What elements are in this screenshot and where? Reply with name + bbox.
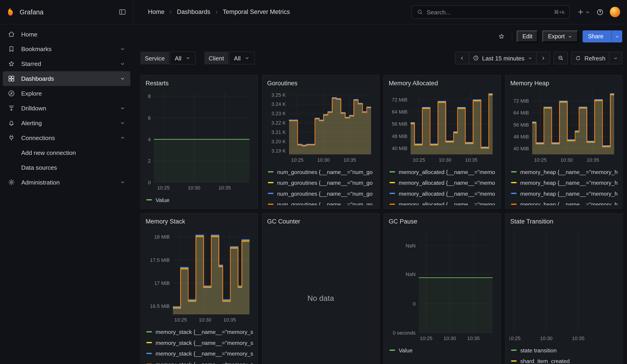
legend-item[interactable]: memory_heap {__name__="memory_h — [511, 177, 618, 188]
chevron-down-icon[interactable] — [119, 120, 125, 126]
chart-canvas: 18 MiB17.5 MiB17 MiB16.5 MiB10:2510:3010… — [145, 227, 254, 325]
breadcrumb: Home Dashboards Temporal Server Metrics — [148, 8, 290, 16]
sidebar: Home Bookmarks Starred Dashboards Explor… — [0, 24, 133, 364]
legend-label: memory_heap {__name__="memory_h — [520, 201, 618, 205]
sidebar-item-bookmarks[interactable]: Bookmarks — [3, 42, 130, 56]
chevron-down-icon[interactable] — [119, 46, 125, 52]
memory-allocated-chart[interactable]: 72 MiB64 MiB56 MiB48 MiB40 MiB10:2510:30… — [388, 89, 497, 165]
legend-item[interactable]: shard_item_created — [511, 356, 618, 364]
legend-label: num_goroutines {__name__="num_go — [277, 201, 372, 205]
panel-title[interactable]: Memory Heap — [510, 79, 618, 87]
service-select[interactable]: All — [170, 52, 195, 64]
restarts-chart[interactable]: 8642010:2510:3010:35 — [145, 89, 254, 193]
help-icon[interactable] — [596, 8, 604, 16]
new-menu-button[interactable] — [577, 8, 590, 16]
panel-title[interactable]: Goroutines — [267, 79, 375, 87]
svg-text:10:30: 10:30 — [439, 157, 451, 163]
dock-sidebar-icon[interactable] — [118, 8, 126, 16]
client-variable: Client All — [204, 52, 255, 64]
zoom-out-button[interactable] — [554, 52, 568, 64]
legend-label: memory_allocated {__name__="memo — [399, 168, 495, 175]
search-input[interactable]: Search... ⌘+k — [412, 5, 570, 19]
legend-swatch — [511, 204, 517, 205]
sidebar-item-data-sources[interactable]: Data sources — [3, 160, 130, 175]
chevron-down-icon[interactable] — [119, 179, 125, 185]
legend-item[interactable]: memory_stack {__name__="memory_s — [146, 348, 254, 359]
legend-item[interactable]: memory_stack {__name__="memory_s — [146, 337, 254, 348]
legend-item[interactable]: memory_heap {__name__="memory_h — [511, 166, 618, 177]
export-button[interactable]: Export — [542, 30, 578, 42]
svg-text:3.20 K: 3.20 K — [271, 139, 286, 144]
sidebar-item-connections[interactable]: Connections — [3, 130, 130, 145]
panel-title[interactable]: GC Counter — [267, 217, 375, 226]
legend-item[interactable]: num_goroutines {__name__="num_go — [268, 166, 375, 177]
legend: memory_heap {__name__="memory_hmemory_he… — [509, 166, 618, 205]
gear-icon — [7, 178, 15, 186]
panel-title[interactable]: Restarts — [146, 79, 254, 87]
time-shift-forward-button[interactable] — [536, 52, 550, 64]
goroutines-chart[interactable]: 3.25 K3.24 K3.23 K3.22 K3.21 K3.20 K3.19… — [266, 89, 375, 165]
share-label[interactable]: Share — [583, 30, 609, 42]
time-shift-back-button[interactable] — [455, 52, 469, 64]
legend-item[interactable]: num_goroutines {__name__="num_go — [268, 199, 375, 205]
chevron-down-icon[interactable] — [119, 105, 125, 111]
legend-label: memory_allocated {__name__="memo — [399, 179, 495, 186]
legend-item[interactable]: state transition — [511, 345, 618, 356]
gc-pause-chart[interactable]: NaNNaN00 seconds10:2510:3010:35 — [388, 227, 497, 343]
legend-item[interactable]: memory_stack {__name__="memory_s — [146, 359, 254, 364]
sidebar-item-explore[interactable]: Explore — [3, 86, 130, 101]
svg-text:10:30: 10:30 — [540, 335, 552, 341]
svg-text:16.5 MiB: 16.5 MiB — [150, 303, 170, 309]
legend-item[interactable]: Value — [146, 194, 254, 205]
panel-title[interactable]: GC Pause — [389, 217, 497, 226]
favorite-star-button[interactable] — [496, 30, 508, 42]
svg-text:3.25 K: 3.25 K — [271, 92, 286, 98]
breadcrumb-dashboards[interactable]: Dashboards — [177, 8, 210, 16]
chevron-down-icon[interactable] — [119, 61, 125, 67]
svg-text:64 MiB: 64 MiB — [514, 110, 529, 116]
sidebar-item-home[interactable]: Home — [3, 27, 130, 42]
bell-icon — [7, 119, 15, 127]
state-transition-chart[interactable]: 10:2510:3010:35 — [509, 227, 618, 343]
legend-item[interactable]: memory_stack {__name__="memory_s — [146, 326, 254, 337]
share-button[interactable]: Share — [583, 30, 622, 42]
nav-actions — [570, 7, 627, 17]
sidebar-item-starred[interactable]: Starred — [3, 56, 130, 71]
sidebar-item-dashboards[interactable]: Dashboards — [3, 71, 130, 86]
memory-stack-chart[interactable]: 18 MiB17.5 MiB17 MiB16.5 MiB10:2510:3010… — [145, 227, 254, 325]
legend-item[interactable]: num_goroutines {__name__="num_go — [268, 188, 375, 199]
home-icon — [7, 30, 15, 38]
panel-title[interactable]: Memory Allocated — [389, 79, 497, 87]
client-select[interactable]: All — [229, 52, 255, 64]
svg-text:10:25: 10:25 — [291, 157, 304, 163]
legend-item[interactable]: memory_heap {__name__="memory_h — [511, 188, 618, 199]
chevron-down-icon[interactable] — [119, 75, 125, 81]
legend-item[interactable]: memory_allocated {__name__="memo — [389, 177, 497, 188]
refresh-button[interactable]: Refresh — [572, 52, 609, 64]
legend-item[interactable]: memory_allocated {__name__="memo — [389, 188, 497, 199]
svg-text:3.22 K: 3.22 K — [271, 120, 286, 126]
legend-item[interactable]: memory_heap {__name__="memory_h — [511, 199, 618, 205]
panel-title[interactable]: State Transition — [510, 217, 618, 226]
chevron-up-icon[interactable] — [119, 135, 125, 141]
time-range-picker[interactable]: Last 15 minutes — [469, 52, 536, 64]
avatar[interactable] — [610, 7, 620, 17]
share-menu-button[interactable] — [612, 30, 622, 42]
legend-swatch — [146, 199, 152, 200]
sidebar-item-drilldown[interactable]: Drilldown — [3, 101, 130, 116]
refresh-interval-button[interactable] — [609, 52, 622, 64]
breadcrumb-home[interactable]: Home — [148, 8, 165, 16]
legend-item[interactable]: memory_allocated {__name__="memo — [389, 166, 497, 177]
sidebar-item-add-new-connection[interactable]: Add new connection — [3, 145, 130, 160]
panel-title[interactable]: Memory Stack — [146, 217, 254, 226]
legend-item[interactable]: num_goroutines {__name__="num_go — [268, 177, 375, 188]
edit-button[interactable]: Edit — [517, 30, 538, 42]
compass-icon — [7, 90, 15, 97]
legend-item[interactable]: memory_allocated {__name__="memo — [389, 199, 497, 205]
legend-swatch — [268, 204, 274, 205]
legend: Value — [145, 194, 254, 205]
legend-item[interactable]: Value — [389, 345, 497, 356]
memory-heap-chart[interactable]: 72 MiB64 MiB56 MiB48 MiB40 MiB10:2510:30… — [509, 89, 618, 165]
sidebar-item-alerting[interactable]: Alerting — [3, 116, 130, 130]
sidebar-item-administration[interactable]: Administration — [3, 175, 130, 190]
